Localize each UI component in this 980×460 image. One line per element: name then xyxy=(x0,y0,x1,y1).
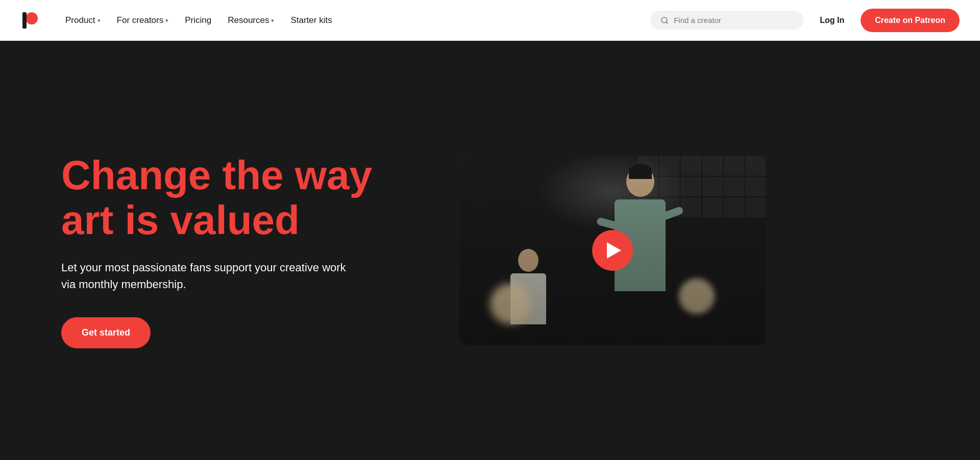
svg-rect-1 xyxy=(22,12,27,29)
hero-subtitle: Let your most passionate fans support yo… xyxy=(61,259,347,293)
login-button[interactable]: Log In xyxy=(814,12,850,29)
hero-content: Change the way art is valued Let your mo… xyxy=(61,153,419,348)
nav-item-resources[interactable]: Resources ▾ xyxy=(222,11,280,30)
chevron-down-icon: ▾ xyxy=(97,17,101,24)
svg-line-3 xyxy=(666,22,668,23)
nav-item-pricing[interactable]: Pricing xyxy=(179,11,217,30)
hero-video[interactable] xyxy=(459,156,766,345)
svg-point-0 xyxy=(26,12,38,24)
hero-section: Change the way art is valued Let your mo… xyxy=(0,41,980,460)
navbar: Product ▾ For creators ▾ Pricing Resourc… xyxy=(0,0,980,41)
video-thumbnail xyxy=(459,156,766,345)
play-icon xyxy=(607,242,621,259)
search-input[interactable] xyxy=(674,16,793,24)
nav-item-starter-kits[interactable]: Starter kits xyxy=(284,11,338,30)
chevron-down-icon: ▾ xyxy=(271,17,274,24)
chevron-down-icon: ▾ xyxy=(165,17,168,24)
create-on-patreon-button[interactable]: Create on Patreon xyxy=(861,9,960,32)
play-button[interactable] xyxy=(592,230,633,271)
nav-item-for-creators[interactable]: For creators ▾ xyxy=(111,11,175,30)
nav-item-product[interactable]: Product ▾ xyxy=(59,11,107,30)
search-bar[interactable] xyxy=(650,11,803,30)
hero-title: Change the way art is valued xyxy=(61,153,419,243)
nav-right: Log In Create on Patreon xyxy=(650,9,960,32)
get-started-button[interactable]: Get started xyxy=(61,317,151,348)
search-icon xyxy=(660,16,669,24)
logo[interactable] xyxy=(20,11,39,30)
nav-links: Product ▾ For creators ▾ Pricing Resourc… xyxy=(59,11,650,30)
